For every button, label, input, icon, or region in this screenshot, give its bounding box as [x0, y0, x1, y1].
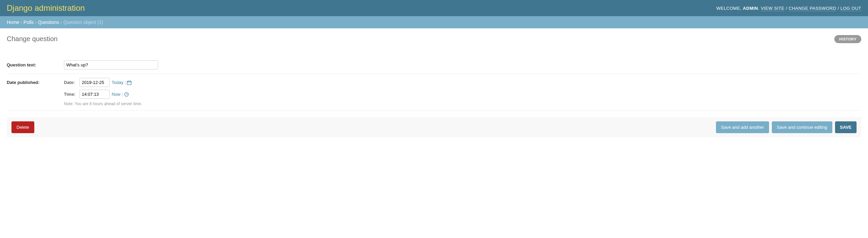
today-link[interactable]: Today [112, 80, 123, 85]
submit-row: Delete [7, 117, 861, 137]
date-input[interactable] [80, 78, 110, 87]
breadcrumb-home[interactable]: Home [7, 20, 19, 25]
form-row-date-published: Date published: Date: Today | [7, 74, 861, 111]
branding: Django administration [7, 3, 85, 13]
save-button[interactable] [835, 121, 857, 133]
breadcrumb-model[interactable]: Questions [38, 20, 59, 25]
breadcrumb-current: Question object (1) [63, 20, 103, 25]
site-title-link[interactable]: Django administration [7, 3, 85, 12]
time-sublabel: Time: [64, 92, 78, 97]
question-text-input[interactable] [64, 60, 158, 70]
change-form: Question text: Date published: Date: Tod… [7, 56, 861, 137]
save-add-another-button[interactable] [716, 121, 769, 133]
change-password-link[interactable]: CHANGE PASSWORD [788, 6, 836, 11]
delete-button[interactable]: Delete [11, 121, 34, 133]
header: Django administration WELCOME, ADMIN. VI… [0, 0, 868, 16]
user-tools: WELCOME, ADMIN. VIEW SITE / CHANGE PASSW… [716, 6, 861, 11]
logout-link[interactable]: LOG OUT [840, 6, 861, 11]
history-button[interactable]: HISTORY [834, 35, 861, 43]
svg-rect-0 [127, 81, 131, 85]
page-title: Change question [7, 35, 58, 43]
breadcrumb: Home › Polls › Questions › Question obje… [0, 16, 868, 28]
form-row-question-text: Question text: [7, 56, 861, 74]
clock-icon[interactable] [124, 92, 129, 97]
question-text-label: Question text: [7, 60, 64, 70]
view-site-link[interactable]: VIEW SITE [761, 6, 784, 11]
save-continue-button[interactable] [772, 121, 832, 133]
calendar-icon[interactable] [127, 80, 131, 85]
now-link[interactable]: Now [112, 92, 120, 97]
username: ADMIN [743, 6, 758, 11]
welcome-text: WELCOME, [716, 6, 743, 11]
time-input[interactable] [80, 90, 110, 99]
date-sublabel: Date: [64, 80, 78, 85]
date-published-label: Date published: [7, 78, 64, 106]
object-tools: HISTORY [834, 35, 861, 43]
timezone-warning: Note: You are 8 hours ahead of server ti… [64, 102, 861, 106]
breadcrumb-app[interactable]: Polls [24, 20, 34, 25]
